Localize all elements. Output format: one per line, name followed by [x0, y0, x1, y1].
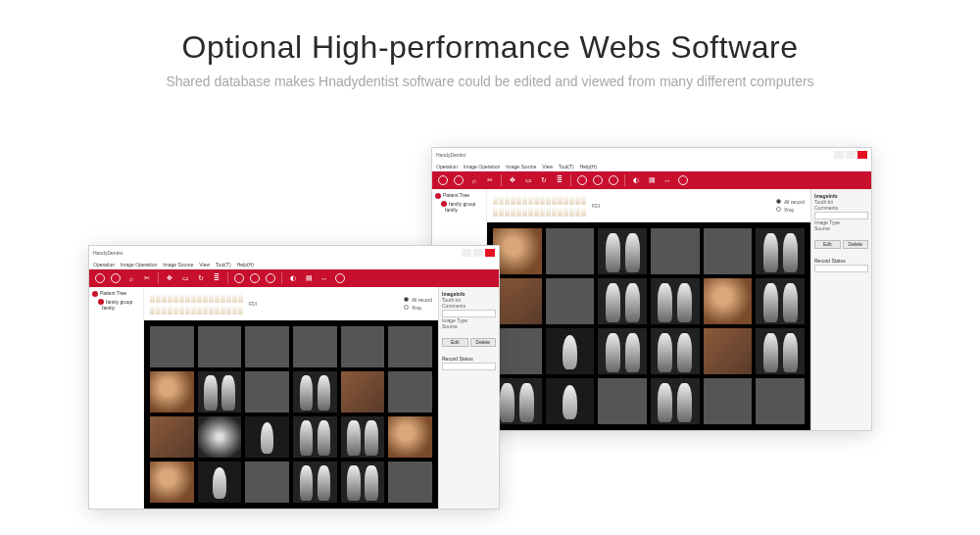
compare-icon[interactable]: [609, 175, 618, 185]
thumbnail[interactable]: [245, 416, 289, 458]
legend-all[interactable]: All record: [404, 297, 432, 303]
thumbnail-empty[interactable]: [756, 378, 805, 424]
zoom-icon[interactable]: ⌕: [126, 273, 136, 283]
thumbnail[interactable]: [546, 328, 595, 374]
legend-xray[interactable]: Xray: [776, 207, 805, 213]
thumbnail[interactable]: [546, 378, 595, 424]
thumbnail-empty[interactable]: [341, 326, 385, 367]
layers-icon[interactable]: ≣: [212, 273, 221, 283]
thumbnail-empty[interactable]: [651, 228, 700, 274]
menu-item[interactable]: Operation: [93, 262, 115, 268]
thumbnail[interactable]: [341, 416, 385, 458]
edit-button[interactable]: Edit: [814, 240, 841, 249]
thumbnail[interactable]: [598, 278, 647, 324]
tree-item[interactable]: family: [435, 207, 483, 213]
grid-icon[interactable]: [234, 273, 244, 283]
catalog-icon[interactable]: [593, 175, 603, 185]
layers-icon[interactable]: ≣: [555, 175, 564, 185]
teeth-chart-lower[interactable]: [493, 207, 586, 217]
legend-all[interactable]: All record: [776, 199, 805, 205]
thumbnail[interactable]: [293, 371, 337, 413]
menu-item[interactable]: Image Operation: [121, 262, 157, 268]
edit-button[interactable]: Edit: [442, 338, 468, 347]
filter-icon[interactable]: ▤: [647, 175, 657, 185]
delete-button[interactable]: Delete: [470, 338, 497, 347]
thumbnail-empty[interactable]: [388, 326, 432, 367]
forward-icon[interactable]: [454, 175, 464, 185]
maximize-button[interactable]: [473, 249, 483, 257]
thumbnail-empty[interactable]: [245, 326, 289, 367]
thumbnail[interactable]: [388, 416, 432, 458]
thumbnail-empty[interactable]: [198, 326, 242, 367]
thumbnail[interactable]: [293, 416, 337, 458]
thumbnail[interactable]: [756, 228, 805, 274]
thumbnail[interactable]: [341, 462, 385, 503]
menu-item[interactable]: Image Source: [163, 262, 193, 268]
thumbnail[interactable]: [598, 228, 647, 274]
close-button[interactable]: [485, 249, 495, 257]
filter-icon[interactable]: ▤: [304, 273, 314, 283]
thumbnail-empty[interactable]: [704, 378, 753, 424]
thumbnail[interactable]: [150, 462, 194, 503]
rotate-icon[interactable]: ↻: [539, 175, 549, 185]
thumbnail-empty[interactable]: [388, 371, 432, 413]
thumbnail[interactable]: [493, 228, 542, 274]
thumbnail[interactable]: [704, 328, 753, 374]
thumbnail-empty[interactable]: [293, 326, 337, 367]
teeth-chart-upper[interactable]: [150, 293, 243, 303]
thumbnail[interactable]: [198, 371, 242, 413]
cut-icon[interactable]: ✂: [142, 273, 152, 283]
thumbnail[interactable]: [651, 378, 700, 424]
compare-icon[interactable]: [266, 273, 275, 283]
teeth-chart-lower[interactable]: [150, 305, 243, 315]
thumbnail-empty[interactable]: [245, 371, 289, 413]
thumbnail[interactable]: [756, 328, 805, 374]
thumbnail[interactable]: [150, 371, 194, 413]
close-button[interactable]: [858, 151, 867, 159]
thumbnail-empty[interactable]: [245, 462, 289, 503]
menu-item[interactable]: Help(H): [237, 262, 254, 268]
thumbnail[interactable]: [493, 378, 542, 424]
thumbnail[interactable]: [704, 278, 753, 324]
minimize-button[interactable]: [462, 249, 471, 257]
grid-icon[interactable]: [577, 175, 587, 185]
cut-icon[interactable]: ✂: [485, 175, 495, 185]
catalog-icon[interactable]: [250, 273, 260, 283]
comments-input[interactable]: [814, 212, 868, 219]
thumbnail[interactable]: [150, 416, 194, 458]
status-input[interactable]: [814, 265, 868, 272]
pan-icon[interactable]: ✥: [508, 175, 517, 185]
thumbnail[interactable]: [651, 278, 700, 324]
rotate-icon[interactable]: ↻: [196, 273, 206, 283]
crop-icon[interactable]: ▭: [180, 273, 190, 283]
tree-item[interactable]: family: [92, 305, 140, 311]
thumbnail[interactable]: [293, 462, 337, 503]
thumbnail[interactable]: [341, 371, 385, 413]
thumbnail[interactable]: [756, 278, 805, 324]
measure-icon[interactable]: ↔: [662, 175, 672, 185]
thumbnail[interactable]: [198, 462, 242, 503]
maximize-button[interactable]: [846, 151, 856, 159]
settings-icon[interactable]: [678, 175, 688, 185]
menu-item[interactable]: Tool(T): [216, 262, 231, 268]
legend-xray[interactable]: Xray: [404, 305, 432, 311]
teeth-chart-upper[interactable]: [493, 195, 586, 205]
zoom-icon[interactable]: ⌕: [469, 175, 479, 185]
thumbnail-empty[interactable]: [598, 378, 647, 424]
comments-input[interactable]: [442, 310, 496, 317]
menu-item[interactable]: Operation: [436, 164, 458, 170]
minimize-button[interactable]: [834, 151, 844, 159]
forward-icon[interactable]: [111, 273, 121, 283]
menu-item[interactable]: Tool(T): [559, 164, 574, 170]
pan-icon[interactable]: ✥: [165, 273, 174, 283]
thumbnail-empty[interactable]: [546, 278, 595, 324]
measure-icon[interactable]: ↔: [319, 273, 329, 283]
thumbnail-empty[interactable]: [388, 462, 432, 503]
adjust-icon[interactable]: ◐: [288, 273, 298, 283]
thumbnail-empty[interactable]: [546, 228, 595, 274]
thumbnail-empty[interactable]: [493, 328, 542, 374]
back-icon[interactable]: [438, 175, 448, 185]
settings-icon[interactable]: [335, 273, 345, 283]
menu-item[interactable]: Image Operation: [464, 164, 500, 170]
crop-icon[interactable]: ▭: [523, 175, 533, 185]
